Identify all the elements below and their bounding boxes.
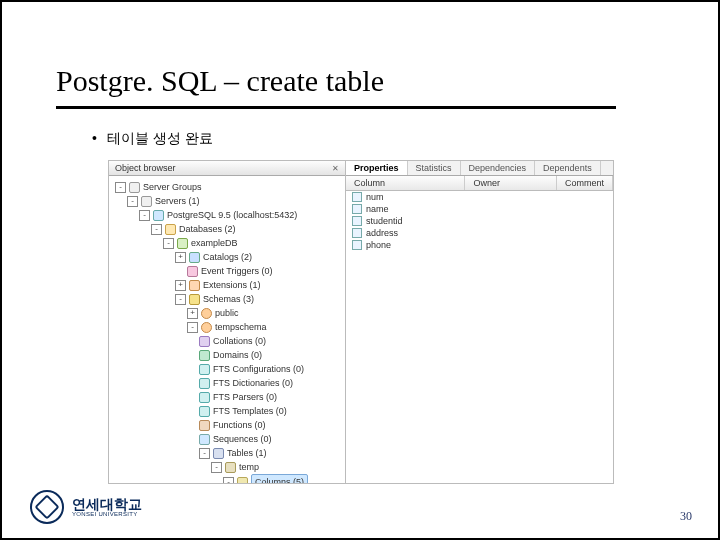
footer-logo-block: 연세대학교 YONSEI UNIVERSITY bbox=[30, 490, 142, 524]
collations-icon bbox=[199, 336, 210, 347]
table-icon bbox=[225, 462, 236, 473]
event-triggers-icon bbox=[187, 266, 198, 277]
functions-icon bbox=[199, 420, 210, 431]
tree-columns[interactable]: -Columns (5) bbox=[115, 474, 345, 483]
tree-sequences[interactable]: Sequences (0) bbox=[115, 432, 345, 446]
header-comment[interactable]: Comment bbox=[557, 176, 613, 190]
database-icon bbox=[177, 238, 188, 249]
columns-icon bbox=[237, 477, 248, 484]
list-item[interactable]: studentid bbox=[346, 215, 613, 227]
list-item[interactable]: phone bbox=[346, 239, 613, 251]
slide: Postgre. SQL – create table 테이블 생성 완료 Ob… bbox=[0, 0, 720, 540]
university-name: 연세대학교 YONSEI UNIVERSITY bbox=[72, 497, 142, 517]
column-icon bbox=[352, 216, 362, 226]
sequences-icon bbox=[199, 434, 210, 445]
details-tabs: Properties Statistics Dependencies Depen… bbox=[346, 161, 613, 176]
tab-properties[interactable]: Properties bbox=[346, 161, 408, 175]
column-icon bbox=[352, 192, 362, 202]
header-column[interactable]: Column bbox=[346, 176, 465, 190]
tree-fts-conf[interactable]: FTS Configurations (0) bbox=[115, 362, 345, 376]
rows-list: num name studentid address phone bbox=[346, 191, 613, 251]
tab-dependencies[interactable]: Dependencies bbox=[461, 161, 536, 175]
tree-event-triggers[interactable]: Event Triggers (0) bbox=[115, 264, 345, 278]
tab-statistics[interactable]: Statistics bbox=[408, 161, 461, 175]
object-browser-titlebar: Object browser ✕ bbox=[109, 161, 345, 176]
university-name-ko: 연세대학교 bbox=[72, 496, 142, 512]
server-icon bbox=[141, 196, 152, 207]
bullet-text: 테이블 생성 완료 bbox=[92, 130, 213, 148]
close-icon[interactable]: ✕ bbox=[332, 164, 339, 173]
tree-server-groups[interactable]: -Server Groups bbox=[115, 180, 345, 194]
object-browser-title: Object browser bbox=[115, 163, 176, 173]
tree-collations[interactable]: Collations (0) bbox=[115, 334, 345, 348]
catalogs-icon bbox=[189, 252, 200, 263]
tree-exampledb[interactable]: -exampleDB bbox=[115, 236, 345, 250]
slide-title: Postgre. SQL – create table bbox=[56, 64, 384, 98]
column-icon bbox=[352, 204, 362, 214]
server-group-icon bbox=[129, 182, 140, 193]
university-name-en: YONSEI UNIVERSITY bbox=[72, 511, 142, 517]
tree-public[interactable]: +public bbox=[115, 306, 345, 320]
column-headers: Column Owner Comment bbox=[346, 176, 613, 191]
yonsei-logo-icon bbox=[30, 490, 64, 524]
tree-pg[interactable]: -PostgreSQL 9.5 (localhost:5432) bbox=[115, 208, 345, 222]
header-owner[interactable]: Owner bbox=[465, 176, 557, 190]
list-item[interactable]: name bbox=[346, 203, 613, 215]
tables-icon bbox=[213, 448, 224, 459]
fts-icon bbox=[199, 378, 210, 389]
tree-tempschema[interactable]: -tempschema bbox=[115, 320, 345, 334]
postgres-icon bbox=[153, 210, 164, 221]
screenshot-pgadmin: Object browser ✕ -Server Groups -Servers… bbox=[108, 160, 614, 484]
title-underline bbox=[56, 106, 616, 109]
tree-fts-dict[interactable]: FTS Dictionaries (0) bbox=[115, 376, 345, 390]
tree-tables[interactable]: -Tables (1) bbox=[115, 446, 345, 460]
schema-icon bbox=[201, 308, 212, 319]
tree-extensions[interactable]: +Extensions (1) bbox=[115, 278, 345, 292]
tree-domains[interactable]: Domains (0) bbox=[115, 348, 345, 362]
tree-schemas[interactable]: -Schemas (3) bbox=[115, 292, 345, 306]
tree[interactable]: -Server Groups -Servers (1) -PostgreSQL … bbox=[109, 176, 345, 483]
fts-icon bbox=[199, 392, 210, 403]
column-icon bbox=[352, 240, 362, 250]
tree-temp[interactable]: -temp bbox=[115, 460, 345, 474]
details-panel: Properties Statistics Dependencies Depen… bbox=[346, 161, 613, 483]
tree-fts-parsers[interactable]: FTS Parsers (0) bbox=[115, 390, 345, 404]
tree-databases[interactable]: -Databases (2) bbox=[115, 222, 345, 236]
object-browser-panel: Object browser ✕ -Server Groups -Servers… bbox=[109, 161, 346, 483]
tab-dependents[interactable]: Dependents bbox=[535, 161, 601, 175]
schema-icon bbox=[201, 322, 212, 333]
list-item[interactable]: address bbox=[346, 227, 613, 239]
domains-icon bbox=[199, 350, 210, 361]
schemas-icon bbox=[189, 294, 200, 305]
fts-icon bbox=[199, 406, 210, 417]
tree-servers[interactable]: -Servers (1) bbox=[115, 194, 345, 208]
tree-catalogs[interactable]: +Catalogs (2) bbox=[115, 250, 345, 264]
column-icon bbox=[352, 228, 362, 238]
page-number: 30 bbox=[680, 509, 692, 524]
databases-icon bbox=[165, 224, 176, 235]
tree-functions[interactable]: Functions (0) bbox=[115, 418, 345, 432]
tree-fts-templates[interactable]: FTS Templates (0) bbox=[115, 404, 345, 418]
extensions-icon bbox=[189, 280, 200, 291]
list-item[interactable]: num bbox=[346, 191, 613, 203]
fts-icon bbox=[199, 364, 210, 375]
